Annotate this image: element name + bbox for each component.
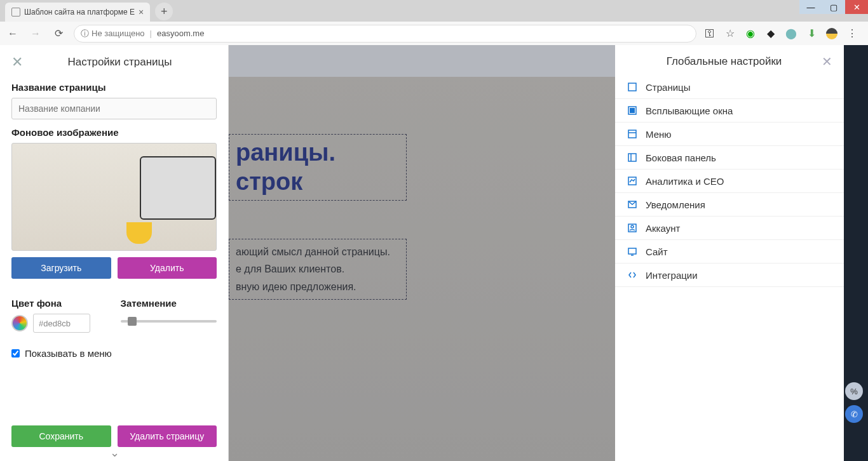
menu-label: Страницы (646, 82, 690, 93)
svg-rect-11 (628, 248, 636, 254)
menu-item-menu[interactable]: Меню (615, 123, 844, 146)
menu-label: Уведомления (646, 199, 705, 210)
phone-fab[interactable]: ✆ (845, 405, 863, 423)
percent-fab[interactable]: % (845, 382, 863, 400)
show-in-menu-checkbox[interactable] (11, 349, 20, 357)
menu-label: Всплывающие окна (646, 105, 733, 116)
menu-label: Меню (646, 129, 672, 140)
menu-item-sidebar[interactable]: Боковая панель (615, 146, 844, 170)
scroll-down-icon[interactable]: ⌄ (110, 446, 119, 460)
hero-text-box[interactable]: ающий смысл данной страницы. е для Ваших… (229, 239, 407, 300)
browser-tab[interactable]: Шаблон сайта на платформе E × (5, 3, 150, 22)
page-icon (11, 8, 20, 17)
ext-icon-1[interactable]: ◆ (765, 28, 776, 39)
star-icon[interactable]: ☆ (724, 28, 736, 39)
close-panel-button[interactable]: ✕ (11, 54, 23, 70)
window-controls: — ▢ ✕ (799, 0, 868, 14)
svg-rect-7 (628, 177, 636, 185)
menu-item-popups[interactable]: Всплывающие окна (615, 99, 844, 123)
global-panel-header: Глобальные настройки ✕ (615, 54, 844, 76)
key-icon[interactable]: ⚿ (704, 28, 715, 39)
menu-label: Аналитика и СЕО (646, 176, 724, 187)
thumb-mug (126, 222, 152, 244)
tab-bar: Шаблон сайта на платформе E × + (0, 0, 868, 22)
delete-page-button[interactable]: Удалить страницу (118, 425, 217, 447)
new-tab-button[interactable]: + (155, 3, 173, 20)
global-panel-title: Глобальные настройки (627, 55, 822, 68)
hero-title-2: строк (236, 168, 400, 197)
window-minimize[interactable]: — (799, 0, 822, 14)
extension-icons: ⚿ ☆ ◉ ◆ ⬤ ⬇ ⋮ (704, 28, 863, 39)
global-settings-panel: Глобальные настройки ✕ Страницы Всплываю… (615, 45, 844, 461)
darken-slider[interactable] (121, 320, 217, 323)
save-button[interactable]: Сохранить (11, 425, 111, 447)
ext-icon-2[interactable]: ⬤ (785, 28, 797, 39)
tab-close-icon[interactable]: × (139, 7, 144, 17)
bg-image-thumbnail[interactable] (11, 143, 217, 251)
svg-rect-5 (628, 154, 636, 161)
account-icon (627, 222, 638, 234)
ext-icon-3[interactable]: ⬇ (806, 28, 817, 39)
darken-label: Затемнение (121, 298, 217, 309)
menu-label: Боковая панель (646, 152, 716, 163)
bg-image-label: Фоновое изображение (11, 127, 217, 138)
hero-title-box[interactable]: раницы. строк (229, 134, 407, 201)
window-maximize[interactable]: ▢ (822, 0, 845, 14)
back-button[interactable]: ← (5, 26, 20, 41)
pages-icon (627, 81, 638, 93)
hero-line-3: вную идею предложения. (236, 278, 400, 295)
menu-item-account[interactable]: Аккаунт (615, 217, 844, 240)
upload-button[interactable]: Загрузить (11, 257, 111, 279)
hero-line-1: ающий смысл данной страницы. (236, 243, 400, 260)
adblock-icon[interactable]: ◉ (745, 28, 756, 39)
sidebar-icon (627, 152, 638, 163)
analytics-icon (627, 175, 638, 187)
menu-item-integrations[interactable]: Интеграции (615, 264, 844, 287)
menu-item-site[interactable]: Сайт (615, 240, 844, 264)
page-settings-panel: ✕ Настройки страницы Название страницы Ф… (0, 45, 229, 461)
delete-image-button[interactable]: Удалить (118, 257, 217, 279)
menu-nav-icon (627, 128, 638, 140)
address-bar: ← → ⟳ ⓘ Не защищено | easyoom.me ⚿ ☆ ◉ ◆… (0, 22, 868, 45)
profile-icon[interactable] (826, 28, 837, 39)
show-in-menu-row[interactable]: Показывать в меню (11, 348, 217, 359)
menu-label: Сайт (646, 246, 668, 257)
site-icon (627, 246, 638, 257)
close-global-panel[interactable]: ✕ (822, 54, 832, 69)
svg-rect-3 (628, 130, 636, 138)
hex-input[interactable] (33, 314, 90, 333)
url-divider: | (150, 29, 152, 38)
menu-item-analytics[interactable]: Аналитика и СЕО (615, 170, 844, 193)
thumb-monitor (140, 156, 216, 220)
page-name-input[interactable] (11, 98, 217, 119)
bg-color-label: Цвет фона (11, 298, 108, 309)
svg-point-10 (631, 225, 634, 228)
reload-button[interactable]: ⟳ (51, 26, 66, 41)
panel-title: Настройки страницы (23, 56, 217, 69)
forward-button[interactable]: → (28, 26, 43, 41)
window-close[interactable]: ✕ (845, 0, 868, 14)
panel-header: ✕ Настройки страницы (11, 54, 217, 70)
menu-item-pages[interactable]: Страницы (615, 76, 844, 99)
browser-chrome: — ▢ ✕ Шаблон сайта на платформе E × + ← … (0, 0, 868, 45)
menu-icon[interactable]: ⋮ (846, 28, 858, 39)
menu-label: Аккаунт (646, 223, 680, 234)
svg-rect-0 (628, 83, 636, 91)
menu-label: Интеграции (646, 270, 698, 281)
insecure-label: Не защищено (92, 29, 145, 38)
show-in-menu-label: Показывать в меню (25, 348, 112, 359)
hero-title-1: раницы. (236, 138, 400, 168)
url-field[interactable]: ⓘ Не защищено | easyoom.me (74, 25, 696, 43)
menu-item-notifications[interactable]: Уведомления (615, 193, 844, 217)
integrations-icon (627, 269, 638, 281)
global-menu-list: Страницы Всплывающие окна Меню Боковая п… (615, 76, 844, 287)
notifications-icon (627, 199, 638, 210)
color-picker-swatch[interactable] (11, 315, 28, 331)
panel-resize-handle[interactable] (228, 45, 229, 77)
hero-line-2: е для Ваших клиентов. (236, 260, 400, 277)
tab-title: Шаблон сайта на платформе E (24, 8, 135, 17)
svg-rect-2 (630, 108, 635, 113)
insecure-indicator: ⓘ Не защищено (81, 28, 145, 39)
info-icon: ⓘ (81, 28, 89, 39)
url-text: easyoom.me (157, 29, 204, 38)
